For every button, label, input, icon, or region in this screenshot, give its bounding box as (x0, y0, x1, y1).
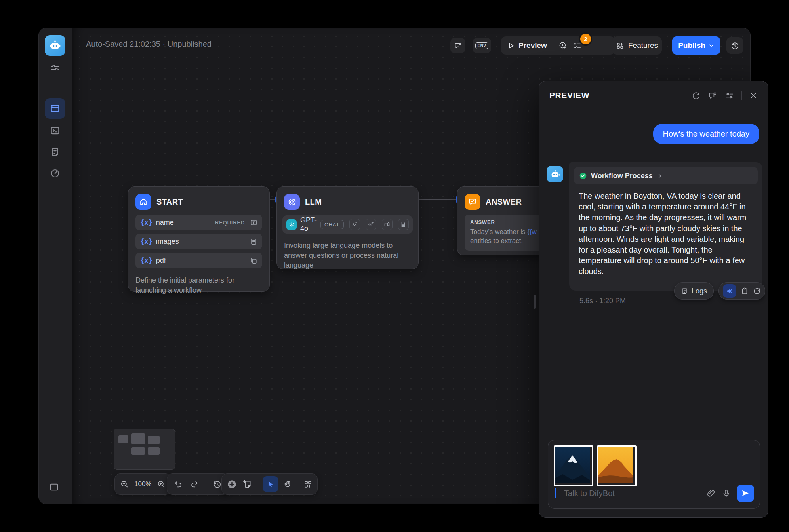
start-node-icon (135, 194, 151, 210)
variable-icon: {x} (140, 218, 152, 226)
group-divider (298, 480, 298, 488)
features-button[interactable]: Features (612, 36, 662, 55)
hand-mode-button[interactable] (284, 480, 293, 489)
sidebar-item-orchestrate[interactable] (45, 98, 65, 119)
version-history-button[interactable] (726, 37, 743, 54)
attachment-image-mountain-sunset[interactable] (597, 445, 637, 486)
microphone-icon (722, 489, 731, 498)
zoom-controls: 100% (114, 473, 171, 495)
add-node-button[interactable] (227, 479, 237, 490)
chat-input[interactable] (563, 488, 701, 498)
canvas-minimap[interactable] (114, 429, 175, 470)
chevron-right-icon (657, 173, 663, 179)
document-capability-icon (398, 219, 409, 230)
logs-button[interactable]: Logs (674, 282, 714, 300)
clipboard-icon (741, 287, 749, 295)
gauge-icon (50, 168, 60, 179)
attachment-image-mountain-night[interactable] (554, 445, 593, 486)
organize-nodes-button[interactable] (303, 480, 313, 489)
pointer-mode-button[interactable] (263, 476, 278, 492)
group-divider (553, 41, 553, 50)
clock-play-icon (558, 41, 567, 50)
node-llm-header: LLM (277, 187, 418, 215)
model-name: GPT-4o (300, 216, 317, 233)
restart-conversation-button[interactable] (692, 91, 701, 100)
node-title: START (156, 198, 183, 207)
panel-resize-handle[interactable] (534, 294, 536, 309)
workflow-process-toggle[interactable]: Workflow Process (574, 167, 758, 184)
refresh-icon (692, 91, 701, 100)
message-tools-group (718, 282, 765, 300)
variable-icon: {x} (140, 256, 152, 264)
close-panel-button[interactable] (749, 91, 758, 100)
run-history-button[interactable] (558, 41, 567, 50)
preview-run-button[interactable]: Preview (507, 41, 547, 50)
history-icon (213, 480, 222, 489)
sidebar-item-monitoring[interactable] (45, 163, 65, 184)
history-icon (730, 41, 739, 50)
text-to-speech-button[interactable] (723, 284, 736, 298)
run-controls-group: Preview 2 (501, 36, 615, 55)
add-note-button[interactable] (242, 479, 252, 489)
copy-button[interactable] (741, 287, 749, 295)
features-label: Features (628, 41, 658, 50)
sidebar (39, 28, 72, 504)
workflow-process-label: Workflow Process (591, 172, 653, 180)
chat-annotation-icon (708, 91, 717, 100)
minimap-node (132, 433, 145, 444)
workflow-settings-button[interactable] (45, 61, 65, 74)
cursor-icon (266, 480, 275, 488)
speaker-icon (726, 287, 734, 295)
annotation-button[interactable] (708, 91, 717, 100)
node-start-header: START (128, 187, 269, 215)
send-message-button[interactable] (737, 484, 754, 502)
undo-redo-controls (167, 473, 229, 495)
node-llm[interactable]: LLM GPT-4o CHAT (276, 186, 419, 269)
start-field-images: {x} images (135, 234, 262, 249)
files-copy-icon (250, 257, 257, 264)
logs-label: Logs (692, 287, 707, 295)
preview-run-label: Preview (518, 41, 547, 50)
paperclip-icon (707, 489, 716, 498)
text-input-icon (250, 219, 257, 226)
audio-capability-icon (366, 219, 376, 230)
sidebar-item-api[interactable] (45, 120, 65, 141)
regenerate-button[interactable] (753, 287, 761, 295)
add-note-annotation-button[interactable] (450, 38, 465, 53)
close-icon (749, 91, 758, 100)
publish-button[interactable]: Publish (672, 36, 720, 55)
undo-button[interactable] (174, 480, 183, 489)
required-tag: REQUIRED (215, 220, 245, 226)
logs-icon (681, 287, 688, 295)
vision-capability-icon (349, 219, 360, 230)
redo-button[interactable] (190, 480, 199, 489)
openai-logo-icon (286, 219, 297, 230)
edge-llm-answer[interactable] (418, 199, 457, 200)
app-logo-difybot[interactable] (45, 35, 65, 56)
sliders-icon (725, 91, 734, 100)
zoom-in-button[interactable] (157, 480, 166, 488)
node-title: ANSWER (486, 198, 522, 207)
zoom-out-button[interactable] (120, 480, 129, 488)
llm-model-selector[interactable]: GPT-4o CHAT (282, 215, 413, 234)
message-meta: 5.6s · 1:20 PM (579, 297, 626, 305)
text-caret (555, 488, 556, 498)
field-name: name (156, 218, 212, 227)
attach-file-button[interactable] (707, 489, 716, 498)
env-variables-button[interactable]: ENV (473, 38, 491, 53)
regenerate-icon (753, 287, 761, 295)
bot-message-text: The weather in Boydton, VA today is clea… (579, 191, 753, 277)
model-mode-badge: CHAT (320, 220, 343, 229)
collapse-sidebar-button[interactable] (49, 482, 59, 492)
checklist-button[interactable]: 2 (573, 41, 582, 50)
node-start[interactable]: START {x} name REQUIRED {x} images {x} p… (128, 186, 270, 292)
chat-input-box[interactable] (548, 440, 760, 509)
zoom-level[interactable]: 100% (130, 480, 155, 488)
conversation-settings-button[interactable] (725, 91, 734, 100)
change-history-button[interactable] (213, 480, 222, 489)
publish-label: Publish (678, 41, 705, 50)
voice-input-button[interactable] (722, 489, 731, 498)
chat-input-row (555, 484, 754, 502)
sidebar-item-logs[interactable] (45, 142, 65, 162)
attachment-thumbnails (554, 445, 637, 486)
